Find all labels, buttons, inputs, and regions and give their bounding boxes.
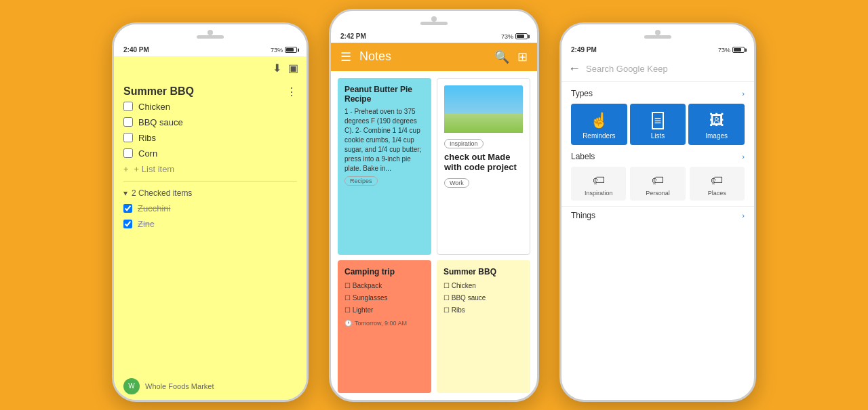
more-icon[interactable]: ⋮ xyxy=(286,85,297,98)
avatar: W xyxy=(123,378,140,394)
things-header: Things › xyxy=(571,207,745,224)
checked-item-zinc: Zinc xyxy=(123,219,297,229)
clock-icon: 🕐 xyxy=(344,320,352,327)
checkbox-bbq[interactable] xyxy=(123,117,133,127)
things-section: Things › xyxy=(561,206,754,224)
types-section: Types › ☝ Reminders ≡ Lists 🖼 Images xyxy=(561,82,754,152)
center-phone: 2:42 PM 73% ☰ Notes 🔍 ⊞ Peanut Butter Pi… xyxy=(329,9,539,402)
center-battery-pct: 73% xyxy=(501,33,513,40)
footer-text: Whole Foods Market xyxy=(145,382,214,390)
right-speaker xyxy=(644,35,671,39)
checkbox-icon[interactable]: ▣ xyxy=(288,62,298,75)
camping-checklist: ☐ Backpack ☐ Sunglasses ☐ Lighter xyxy=(344,280,425,316)
labels-section: Labels › 🏷 Inspiration 🏷 Personal 🏷 Plac… xyxy=(561,152,754,206)
type-lists[interactable]: ≡ Lists xyxy=(630,104,686,145)
types-title: Types xyxy=(571,89,593,98)
left-time: 2:40 PM xyxy=(123,46,149,54)
left-note-title: Summer BBQ xyxy=(123,85,194,98)
left-status-bar: 2:40 PM 73% xyxy=(114,44,307,56)
inspiration-label-tag: Inspiration xyxy=(444,139,484,148)
left-battery-pct: 73% xyxy=(271,47,283,54)
center-screen: Peanut Butter Pie Recipe 1 - Preheat ove… xyxy=(331,71,537,400)
label-tag-icon-0: 🏷 xyxy=(593,173,605,188)
recipe-card-title: Peanut Butter Pie Recipe xyxy=(344,85,425,104)
chevron-down-icon: ▾ xyxy=(123,188,127,198)
bbq-card-title: Summer BBQ xyxy=(443,267,524,276)
hamburger-icon[interactable]: ☰ xyxy=(340,49,351,64)
camping-item-2: ☐ Sunglasses xyxy=(344,292,425,304)
search-icon[interactable]: 🔍 xyxy=(494,49,509,64)
left-phone: 2:40 PM 73% ⬇ ▣ Summer BBQ ⋮ Chicken xyxy=(112,22,309,402)
things-title: Things xyxy=(571,211,595,220)
back-icon[interactable]: ← xyxy=(568,62,580,76)
list-item-corn: Corn xyxy=(123,148,297,159)
center-phone-top xyxy=(331,11,537,30)
types-grid: ☝ Reminders ≡ Lists 🖼 Images xyxy=(571,104,745,145)
image-field xyxy=(444,114,523,133)
type-images[interactable]: 🖼 Images xyxy=(688,104,745,145)
checkbox-ribs[interactable] xyxy=(123,133,133,142)
search-bar: ← Search Google Keep xyxy=(561,56,754,82)
label-name-0: Inspiration xyxy=(585,190,613,197)
grid-icon[interactable]: ⊞ xyxy=(517,49,528,64)
left-status-icons: 73% xyxy=(271,47,297,54)
image-sky xyxy=(444,85,523,114)
search-input[interactable]: Search Google Keep xyxy=(586,64,747,74)
label-places[interactable]: 🏷 Places xyxy=(690,167,745,201)
left-note-footer: W Whole Foods Market xyxy=(114,373,307,400)
notes-grid: Peanut Butter Pie Recipe 1 - Preheat ove… xyxy=(331,71,537,400)
checkbox-zinc[interactable] xyxy=(123,220,132,228)
camping-card-title: Camping trip xyxy=(344,267,425,276)
checkbox-corn[interactable] xyxy=(123,148,133,158)
work-tag: Work xyxy=(444,178,469,188)
checklist-divider xyxy=(123,181,297,182)
note-card-recipe[interactable]: Peanut Butter Pie Recipe 1 - Preheat ove… xyxy=(338,78,431,255)
reminders-label: Reminders xyxy=(583,132,615,140)
camping-time: 🕐 Tomorrow, 9:00 AM xyxy=(344,320,425,327)
center-camera xyxy=(431,16,437,22)
images-icon: 🖼 xyxy=(709,112,724,129)
checked-section-toggle[interactable]: ▾ 2 Checked items xyxy=(123,188,297,198)
note-card-camping[interactable]: Camping trip ☐ Backpack ☐ Sunglasses ☐ L… xyxy=(338,260,431,393)
app-bar-title: Notes xyxy=(359,49,486,64)
add-list-item[interactable]: + + List item xyxy=(123,164,297,174)
left-screen: ⬇ ▣ Summer BBQ ⋮ Chicken BBQ sauce xyxy=(114,56,307,400)
center-time: 2:42 PM xyxy=(340,33,366,40)
right-time: 2:49 PM xyxy=(571,46,597,54)
type-reminders[interactable]: ☝ Reminders xyxy=(571,104,627,145)
things-more[interactable]: › xyxy=(742,211,745,220)
left-note-content: Summer BBQ ⋮ Chicken BBQ sauce Ribs xyxy=(114,80,307,373)
add-icon: + xyxy=(123,164,129,174)
lists-label: Lists xyxy=(651,132,665,140)
label-inspiration[interactable]: 🏷 Inspiration xyxy=(571,167,626,201)
checkbox-zucchini[interactable] xyxy=(123,204,132,213)
label-tag-icon-1: 🏷 xyxy=(652,173,664,188)
checked-item-zucchini: Zucchini xyxy=(123,203,297,213)
label-personal[interactable]: 🏷 Personal xyxy=(630,167,685,201)
bbq-item-3: ☐ Ribs xyxy=(443,304,524,316)
label-name-2: Places xyxy=(708,190,726,197)
recipe-tag: Recipes xyxy=(344,176,378,186)
inspiration-subtext: check out Made with code project xyxy=(444,152,523,172)
note-card-bbq[interactable]: Summer BBQ ☐ Chicken ☐ BBQ sauce ☐ Ribs xyxy=(437,260,530,393)
bbq-item-2: ☐ BBQ sauce xyxy=(443,292,524,304)
center-app-bar: ☰ Notes 🔍 ⊞ xyxy=(331,43,537,71)
center-speaker xyxy=(420,22,448,25)
images-label: Images xyxy=(705,132,728,140)
right-status-bar: 2:49 PM 73% xyxy=(561,44,754,56)
recipe-card-text: 1 - Preheat oven to 375 degrees F (190 d… xyxy=(344,107,425,173)
labels-more[interactable]: › xyxy=(742,152,745,161)
center-status-icons: 73% xyxy=(501,33,528,40)
phones-container: 2:40 PM 73% ⬇ ▣ Summer BBQ ⋮ Chicken xyxy=(0,0,868,410)
checkbox-chicken[interactable] xyxy=(123,102,133,111)
left-note-toolbar: ⬇ ▣ xyxy=(114,56,307,80)
note-card-inspiration[interactable]: Inspiration check out Made with code pro… xyxy=(437,78,530,255)
types-more[interactable]: › xyxy=(742,89,745,98)
archive-icon[interactable]: ⬇ xyxy=(273,62,281,75)
camping-item-1: ☐ Backpack xyxy=(344,280,425,292)
lists-icon: ≡ xyxy=(652,112,665,129)
bbq-checklist: ☐ Chicken ☐ BBQ sauce ☐ Ribs xyxy=(443,280,524,316)
right-phone-top xyxy=(561,24,754,44)
labels-title: Labels xyxy=(571,152,595,161)
inspiration-image xyxy=(444,85,523,133)
